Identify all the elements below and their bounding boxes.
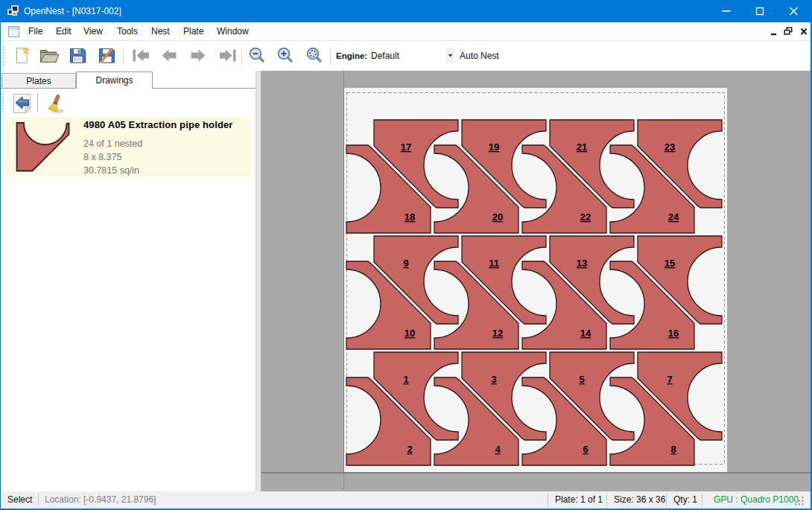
svg-text:24: 24 bbox=[668, 211, 679, 223]
svg-text:16: 16 bbox=[668, 328, 679, 339]
svg-text:9: 9 bbox=[403, 258, 408, 269]
svg-text:4: 4 bbox=[495, 444, 501, 455]
svg-text:21: 21 bbox=[577, 141, 587, 153]
svg-text:1: 1 bbox=[403, 374, 408, 385]
svg-text:22: 22 bbox=[580, 211, 591, 223]
svg-text:6: 6 bbox=[583, 444, 588, 455]
svg-text:5: 5 bbox=[579, 374, 584, 385]
svg-text:11: 11 bbox=[489, 258, 499, 269]
svg-text:12: 12 bbox=[492, 328, 503, 339]
svg-text:17: 17 bbox=[401, 141, 411, 153]
svg-text:8: 8 bbox=[670, 444, 676, 455]
svg-text:20: 20 bbox=[492, 211, 503, 223]
svg-text:10: 10 bbox=[405, 328, 415, 339]
svg-text:13: 13 bbox=[577, 258, 587, 269]
svg-text:14: 14 bbox=[580, 328, 591, 339]
svg-text:23: 23 bbox=[664, 141, 675, 153]
svg-text:3: 3 bbox=[491, 374, 496, 385]
svg-text:7: 7 bbox=[667, 374, 672, 385]
svg-text:18: 18 bbox=[405, 211, 415, 223]
svg-text:19: 19 bbox=[489, 141, 499, 153]
svg-text:2: 2 bbox=[407, 444, 412, 455]
svg-text:15: 15 bbox=[664, 258, 675, 269]
